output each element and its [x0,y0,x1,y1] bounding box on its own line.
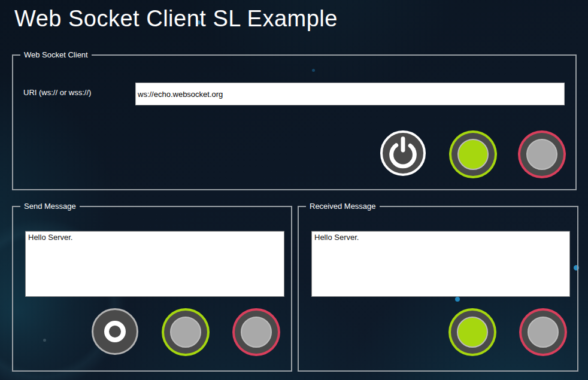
receive-error-led-indicator [528,317,559,348]
power-icon [385,135,421,171]
app-window: Web Socket Client SL Example Web Socket … [0,0,588,380]
panel-send-message-legend: Send Message [20,202,80,211]
connection-error-led-indicator [526,139,557,170]
panel-received-message-legend: Received Message [306,202,380,211]
panel-web-socket-client: Web Socket Client URI (ws:// or wss://) [12,50,577,190]
message-received-led-indicator [457,317,488,348]
connected-led-indicator [457,139,489,170]
power-button[interactable] [380,130,426,176]
send-message-textarea[interactable]: Hello Server. [25,231,284,297]
page-title: Web Socket Client SL Example [14,6,338,32]
panel-send-message: Send Message Hello Server. [12,202,292,372]
send-circle-icon [104,321,126,342]
send-error-led-indicator [241,317,272,348]
panel-received-message: Received Message Hello Server. [298,202,578,372]
received-message-textarea[interactable]: Hello Server. [311,231,570,297]
uri-input[interactable] [135,83,565,105]
message-sent-led-indicator [170,317,201,348]
panel-web-socket-client-legend: Web Socket Client [20,50,92,59]
send-button[interactable] [92,308,138,355]
uri-label: URI (ws:// or wss://) [23,88,91,97]
